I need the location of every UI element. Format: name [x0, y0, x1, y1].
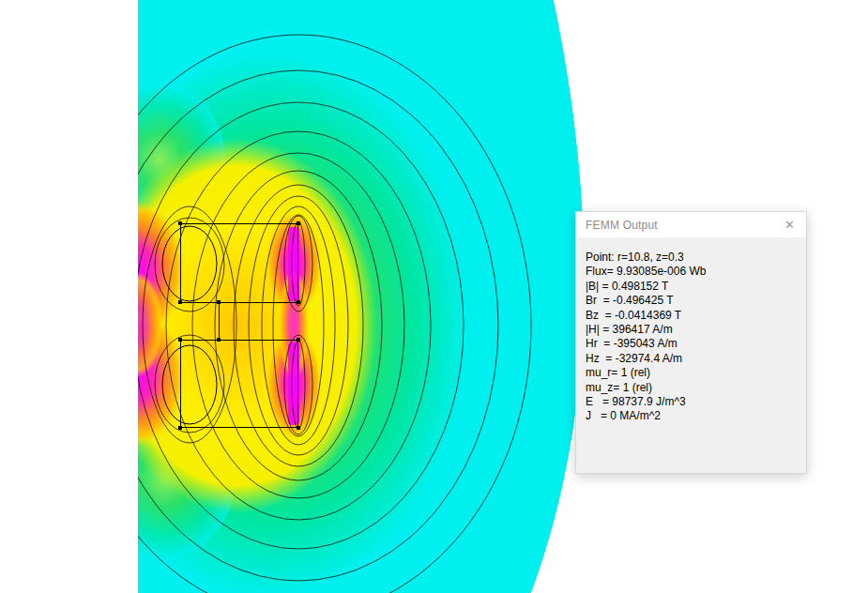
output-line-muz: mu_z= 1 (rel)	[586, 381, 797, 395]
close-icon[interactable]: ✕	[781, 217, 799, 233]
titlebar[interactable]: FEMM Output ✕	[576, 212, 806, 237]
output-line-hr: Hr = -395043 A/m	[586, 337, 797, 351]
output-line-bz: Bz = -0.0414369 T	[586, 309, 797, 323]
window-title: FEMM Output	[586, 219, 781, 232]
femm-app-canvas: FEMM Output ✕ Point: r=10.8, z=0.3 Flux=…	[0, 0, 868, 593]
output-line-br: Br = -0.496425 T	[586, 294, 797, 308]
output-line-j: J = 0 MA/m^2	[586, 409, 797, 423]
femm-output-window: FEMM Output ✕ Point: r=10.8, z=0.3 Flux=…	[575, 211, 807, 474]
output-line-hz: Hz = -32974.4 A/m	[586, 352, 797, 366]
output-line-flux: Flux= 9.93085e-006 Wb	[586, 265, 797, 279]
output-line-bmag: |B| = 0.498152 T	[586, 280, 797, 294]
output-line-e: E = 98737.9 J/m^3	[586, 395, 797, 409]
output-line-hmag: |H| = 396417 A/m	[586, 323, 797, 337]
output-line-mur: mu_r= 1 (rel)	[586, 366, 797, 380]
output-panel: Point: r=10.8, z=0.3 Flux= 9.93085e-006 …	[576, 237, 806, 424]
output-line-point: Point: r=10.8, z=0.3	[586, 251, 797, 265]
